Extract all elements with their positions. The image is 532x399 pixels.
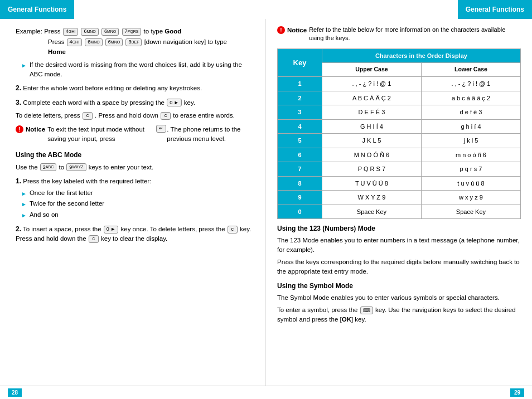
table-cell-lower: j k l 5	[421, 134, 520, 148]
table-cell-upper: T U V Ú Ü 8	[322, 176, 421, 191]
bullet-arrow-1: ►	[21, 189, 27, 198]
abc-num-2: 2.	[16, 225, 21, 233]
abc-to: to	[59, 164, 64, 171]
table-cell-upper: . , - ¿ ? i ! @ 1	[322, 77, 421, 91]
delete-text: To delete letters, press	[16, 112, 80, 119]
key-0-inline: 0 ►	[167, 99, 181, 106]
page-num-left: 28	[8, 388, 22, 397]
table-cell-upper: A B C Á Â Ç 2	[322, 91, 421, 105]
table-col-upper: Upper Case	[322, 63, 421, 77]
key-c2: c	[161, 112, 171, 120]
item-3-key-suffix: key.	[184, 99, 195, 106]
abc-num-1: 1.	[16, 177, 21, 185]
example-line-1: Example: Press 4GHI 6MNO 6MNO 7PQRS to t…	[16, 27, 254, 36]
key-c3: c	[228, 226, 238, 233]
table-cell-key: 7	[278, 162, 322, 177]
para-123-2: Press the keys corresponding to the requ…	[277, 257, 521, 276]
table-cell-upper: P Q R S 7	[322, 162, 421, 177]
table-row: 0Space KeySpace Key	[278, 205, 521, 219]
notice-label-left: Notice	[26, 125, 45, 134]
table-cell-upper: J K L 5	[322, 134, 421, 148]
table-cell-upper: M N O Ó Ñ 6	[322, 148, 421, 162]
table-cell-key: 3	[278, 105, 322, 120]
key-return: ↵	[156, 125, 166, 133]
key-c1: c	[83, 112, 93, 120]
abc-intro-line: Use the 2ABC to 9WXYZ keys to enter your…	[16, 163, 254, 172]
abc-end: keys to enter your text.	[89, 164, 153, 171]
table-cell-key: 2	[278, 91, 322, 105]
key-7: 7PQRS	[122, 28, 142, 36]
header-tab-left: General Functions	[0, 0, 74, 19]
header-left-label: General Functions	[8, 6, 66, 13]
example-bold-word2: Home	[48, 48, 66, 55]
table-cell-lower: d e f é 3	[421, 105, 520, 120]
abc-step2: 2. To insert a space, press the 0 ► key …	[16, 224, 254, 244]
table-row: 2A B C Á Â Ç 2a b c á â ã ç 2	[278, 91, 521, 105]
notice-label-right: Notice	[287, 26, 307, 35]
table-key-header: Key	[278, 48, 322, 76]
example-label: Example: Press	[16, 28, 61, 35]
para-symbol-prefix: To enter a symbol, press the	[277, 306, 357, 313]
abc-step2-text2: key once. To delete letters, press the	[120, 226, 225, 232]
table-cell-upper: W X Y Z 9	[322, 191, 421, 205]
numbered-item-2: 2. Enter the whole word before editing o…	[16, 83, 254, 93]
section-symbol-heading: Using the Symbol Mode	[277, 281, 521, 291]
abc-step1: 1. Press the key labeled with the requir…	[16, 176, 254, 186]
table-cell-lower: g h i í 4	[421, 119, 520, 134]
abc-step2-text4: key to clear the display.	[101, 235, 167, 242]
table-cell-key: 1	[278, 77, 322, 91]
table-row: 7P Q R S 7p q r s 7	[278, 162, 521, 177]
delete-text3: to erase entire words.	[173, 112, 235, 119]
example-bold-word: Good	[165, 28, 181, 35]
table-cell-upper: G H I Í 4	[322, 119, 421, 134]
table-cell-lower: w x y z 9	[421, 191, 520, 205]
bullet-text-3: And so on	[30, 210, 59, 220]
key-c4: c	[89, 235, 99, 243]
table-row: 6M N O Ó Ñ 6m n o ó ñ 6	[278, 148, 521, 162]
bullet-text-1: Once for the first letter	[30, 188, 93, 198]
para-symbol-2: To enter a symbol, press the ⌨ key. Use …	[277, 305, 521, 324]
table-cell-lower: . , - ¿ ? i ! @ 1	[421, 77, 520, 91]
delete-line: To delete letters, press c . Press and h…	[16, 111, 254, 120]
table-col-lower: Lower Case	[421, 63, 520, 77]
right-panel: ! Notice Refer to the table below for mo…	[266, 19, 532, 386]
bullet-arrow-3: ►	[21, 211, 27, 220]
key-4b: 4GHI	[67, 38, 82, 46]
table-cell-key: 0	[278, 205, 322, 219]
example-to-type: to type	[144, 28, 165, 35]
key-6b: 6MNO	[101, 28, 119, 36]
table-row: 4G H I Í 4g h i í 4	[278, 119, 521, 134]
table-row: 5J K L 5j k l 5	[278, 134, 521, 148]
table-row: 9W X Y Z 9w x y z 9	[278, 191, 521, 205]
ok-label: OK	[342, 316, 351, 323]
table-cell-key: 4	[278, 119, 322, 134]
table-cell-key: 6	[278, 148, 322, 162]
notice-icon-left: !	[16, 125, 23, 133]
key-0-space: 0 ►	[104, 226, 118, 233]
abc-step2-text: To insert a space, press the	[23, 226, 101, 232]
notice-icon-right: !	[277, 26, 285, 34]
notice-text-left: To exit the text input mode without savi…	[47, 125, 156, 144]
section-abc-heading: Using the ABC Mode	[16, 150, 254, 160]
notice-intro-right: Refer to the table below for more inform…	[309, 26, 521, 43]
table-main-header: Characters in the Order Display	[322, 48, 520, 63]
notice-text2-left: . The phone returns to the previous menu…	[167, 125, 254, 144]
bullet-text-2: Twice for the second letter	[30, 199, 104, 208]
arrow-text: If the desired word is missing from the …	[30, 60, 254, 80]
num-3: 3.	[16, 99, 21, 106]
abc-bullet-3: ► And so on	[21, 210, 254, 220]
table-cell-key: 8	[278, 176, 322, 191]
example-line-2: Press 4GHI 6MNO 6MNO 3DEF [down navigati…	[48, 37, 254, 57]
table-cell-upper: Space Key	[322, 205, 421, 219]
table-row: 1. , - ¿ ? i ! @ 1. , - ¿ ? i ! @ 1	[278, 77, 521, 91]
table-cell-key: 9	[278, 191, 322, 205]
table-row: 8T U V Ú Ü 8t u v ú ü 8	[278, 176, 521, 191]
abc-step1-text: Press the key labeled with the required …	[23, 178, 151, 184]
key-3: 3DEF	[125, 38, 142, 46]
section-123-heading: Using the 123 (Numbers) Mode	[277, 223, 521, 233]
key-6a: 6MNO	[81, 28, 98, 36]
numbered-item-3: 3. Complete each word with a space by pr…	[16, 98, 254, 108]
para-symbol-1: The Symbol Mode enables you to enter var…	[277, 293, 521, 303]
table-cell-upper: D E F É 3	[322, 105, 421, 120]
header-right-label: General Functions	[466, 6, 524, 13]
